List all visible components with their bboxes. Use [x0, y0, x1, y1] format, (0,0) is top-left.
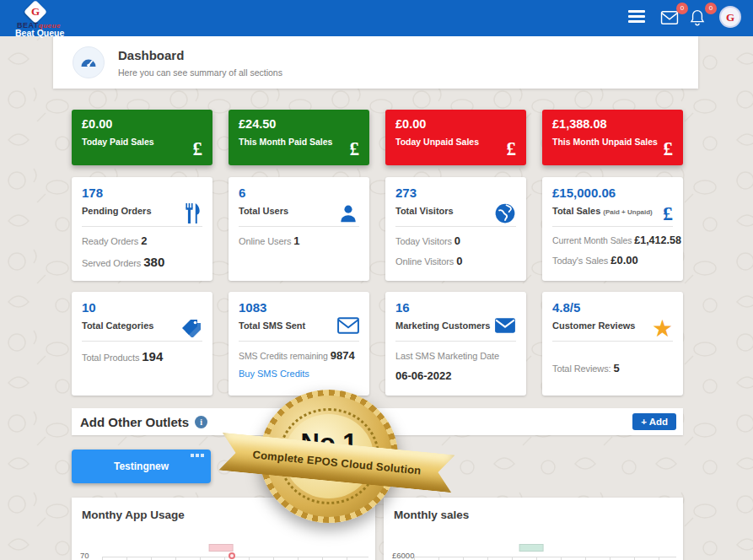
stat-value: 178	[82, 186, 202, 200]
dashboard-gauge-icon	[73, 46, 105, 78]
chart-title: Monthy App Usage	[82, 509, 185, 521]
envelope-outline-icon	[337, 317, 359, 337]
brand-subtitle: Beat Queue	[15, 28, 64, 38]
stat-detail-row: SMS Credits remaining 9874	[239, 349, 359, 362]
utensils-icon	[182, 202, 202, 228]
buy-sms-credits-link[interactable]: Buy SMS Credits	[239, 369, 359, 379]
chart-point-marker	[229, 552, 235, 559]
envelope-icon	[494, 317, 516, 337]
messages-badge: 0	[676, 3, 688, 14]
user-icon	[337, 202, 359, 228]
stat-card-row: 10 Total Categories Total Products 194 1…	[72, 292, 683, 396]
stat-marketing-customers: 16 Marketing Customers Last SMS Marketin…	[385, 292, 526, 396]
stat-detail-row: Today Visitors 0	[395, 234, 516, 247]
notifications-button[interactable]: 0	[689, 7, 711, 29]
page-title: Dashboard	[118, 48, 184, 62]
messages-button[interactable]: 0	[660, 7, 682, 29]
notifications-badge: 0	[705, 3, 717, 14]
stat-detail-row: Total Reviews: 5	[552, 362, 673, 374]
chart-title: Monthly sales	[394, 509, 469, 521]
y-axis-tick-label: 70	[80, 551, 89, 560]
star-icon: ★	[652, 317, 673, 341]
stat-total-sales: £15,000.06 Total Sales (Paid + Unpaid) £…	[542, 177, 683, 281]
kpi-label: Today Paid Sales	[82, 137, 202, 147]
stat-total-visitors: 273 Total Visitors Today Visitors 0 Onli…	[385, 177, 526, 281]
stat-customer-reviews: 4.8/5 Customer Reviews ★ Total Reviews: …	[542, 292, 683, 396]
top-header-bar: G BEATqueue Beat Queue 0 0 G	[0, 0, 753, 36]
kpi-label: Today Unpaid Sales	[395, 137, 516, 147]
mail-icon	[660, 10, 679, 25]
kpi-label: This Month Paid Sales	[239, 137, 359, 147]
stat-detail-row: Last SMS Marketing Date	[395, 349, 516, 362]
kpi-amount: £1,388.08	[552, 117, 673, 131]
kpi-label: This Month Unpaid Sales	[552, 137, 673, 147]
stat-value: 16	[395, 300, 516, 315]
add-outlets-title: Add Other Outlets	[80, 415, 189, 429]
pound-icon: £	[507, 138, 517, 160]
pound-icon: £	[350, 138, 360, 160]
chart-legend-swatch[interactable]	[519, 544, 543, 552]
kpi-card-row: £0.00 Today Paid Sales £ £24.50 This Mon…	[72, 110, 683, 165]
stat-total-sms-sent: 1083 Total SMS Sent SMS Credits remainin…	[229, 292, 369, 396]
stat-value: 1083	[239, 300, 359, 315]
stat-detail-row: Online Users 1	[239, 234, 359, 247]
stat-detail-row: Today's Sales £0.00	[552, 254, 673, 267]
chart-axis-ticks	[102, 557, 368, 560]
info-icon[interactable]	[195, 416, 207, 428]
chart-monthly-sales: Monthly sales £6000	[384, 498, 683, 560]
stat-detail-row: 06-06-2022	[395, 369, 516, 382]
y-axis-tick-label: £6000	[392, 551, 414, 560]
stat-detail-row: Served Orders 380	[82, 255, 202, 269]
kpi-today-paid-sales: £0.00 Today Paid Sales £	[72, 110, 212, 165]
stat-value: 273	[395, 186, 516, 200]
stat-label: Total Sales (Paid + Unpaid)	[552, 206, 673, 216]
pound-icon: £	[664, 138, 674, 160]
stat-detail-row: Current Month Sales £1,412.58	[552, 234, 673, 246]
stat-card-row: 178 Pending Orders Ready Orders 2 Served…	[72, 177, 683, 281]
stat-detail-row: Total Products 194	[82, 349, 202, 363]
page-header-panel: Dashboard Here you can see summary of al…	[53, 36, 698, 89]
add-outlet-button[interactable]: + Add	[632, 413, 676, 430]
menu-icon[interactable]	[628, 10, 645, 24]
stat-value: £15,000.06	[552, 186, 673, 200]
kpi-amount: £0.00	[395, 117, 516, 131]
stat-detail-row: Ready Orders 2	[82, 234, 202, 247]
stat-value: 6	[239, 186, 359, 200]
brand-logo-icon: G	[24, 0, 47, 24]
stat-value: 10	[82, 300, 202, 315]
dashboard-page: G BEATqueue Beat Queue 0 0 G	[0, 0, 753, 560]
stat-detail-row: Online Visitors 0	[395, 255, 516, 267]
kpi-today-unpaid-sales: £0.00 Today Unpaid Sales £	[385, 110, 526, 165]
kpi-month-unpaid-sales: £1,388.08 This Month Unpaid Sales £	[542, 110, 683, 165]
tags-icon	[179, 317, 202, 341]
ellipsis-icon[interactable]	[191, 454, 204, 457]
kpi-amount: £0.00	[82, 117, 202, 131]
chart-axis-ticks	[414, 557, 676, 560]
globe-icon	[494, 202, 516, 228]
outlet-testingnew-button[interactable]: Testingnew	[72, 450, 211, 483]
pound-icon: £	[663, 202, 673, 225]
page-subtitle: Here you can see summary of all sections	[118, 67, 282, 78]
stat-pending-orders: 178 Pending Orders Ready Orders 2 Served…	[72, 177, 212, 281]
pound-icon: £	[193, 138, 203, 160]
account-avatar[interactable]: G	[719, 6, 741, 28]
stat-total-users: 6 Total Users Online Users 1	[229, 177, 369, 281]
stat-total-categories: 10 Total Categories Total Products 194	[72, 292, 212, 396]
outlet-name: Testingnew	[114, 460, 169, 472]
bell-icon	[689, 8, 706, 27]
kpi-amount: £24.50	[239, 117, 359, 131]
kpi-month-paid-sales: £24.50 This Month Paid Sales £	[229, 110, 369, 165]
stat-value: 4.8/5	[552, 300, 673, 315]
chart-legend-swatch[interactable]	[209, 544, 234, 552]
award-ribbon-text: Complete EPOS Cloud Solution	[252, 448, 422, 477]
